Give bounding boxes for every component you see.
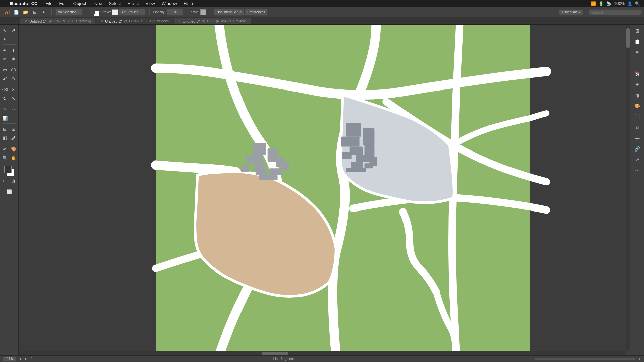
menu-help[interactable]: Help <box>180 0 196 7</box>
menu-file[interactable]: File <box>42 0 56 7</box>
scissors-tool[interactable]: ✂ <box>10 85 18 94</box>
stroke-color-swatch[interactable] <box>112 9 118 15</box>
menu-select[interactable]: Select <box>106 0 124 7</box>
close-icon-3[interactable]: ✕ <box>178 19 181 23</box>
rotate-tool[interactable]: ↻ <box>1 94 9 102</box>
pencil-tool[interactable]: ✎ <box>10 74 18 82</box>
stroke-panel-icon[interactable]: — <box>633 133 642 143</box>
nav-next-icon[interactable]: ► <box>24 357 28 361</box>
menu-window[interactable]: Window <box>158 0 180 7</box>
svg-rect-17 <box>356 155 371 162</box>
vertical-scrollbar[interactable] <box>626 25 630 355</box>
layers-icon[interactable]: ≡ <box>633 48 642 57</box>
left-toolbox: ↖ ↗ ✦ ⌒ ✒ T ✏ ⊕ ▭ ◯ 🖌 ✎ ⌫ ✂ <box>0 25 19 355</box>
search-input[interactable] <box>588 9 642 15</box>
close-icon-2[interactable]: ✕ <box>100 19 103 23</box>
appearance-icon[interactable]: ◑ <box>633 90 642 100</box>
menu-type[interactable]: Type <box>89 0 105 7</box>
svg-rect-2 <box>253 143 266 155</box>
export-icon[interactable]: ↗ <box>633 155 642 164</box>
nav-prev-icon[interactable]: ◄ <box>19 357 22 361</box>
ellipse-tool[interactable]: ◯ <box>10 66 18 74</box>
libraries-icon[interactable]: 📚 <box>633 69 642 78</box>
type-tool[interactable]: T <box>10 46 18 54</box>
selection-label: No Selection <box>55 9 82 16</box>
touch-anchor-row: ✏ ⊕ <box>1 55 18 63</box>
rectangle-tool[interactable]: ▭ <box>1 66 9 74</box>
svg-rect-9 <box>283 162 289 170</box>
warp-tool[interactable]: 〜 <box>1 105 9 113</box>
eyedropper-tool[interactable]: 💉 <box>10 134 18 142</box>
sep-t5 <box>3 123 16 124</box>
svg-rect-20 <box>351 162 363 168</box>
scale-tool[interactable]: ⤡ <box>10 94 18 102</box>
tab-untitled3[interactable]: ✕ Untitled-3* @ 111% (RGB/GPU Preview) <box>174 18 251 24</box>
paintbrush-tool[interactable]: 🖌 <box>1 74 9 82</box>
selection-tool[interactable]: ↖ <box>1 26 9 34</box>
graphic-styles-icon[interactable]: 🎨 <box>633 101 642 111</box>
sep-t7 <box>3 163 16 163</box>
screen-mode-icon[interactable]: ⬜ <box>5 188 13 196</box>
stroke-width-input[interactable]: 3 pt. Round <box>119 9 146 16</box>
mode-row: □ ◑ <box>1 177 18 185</box>
menu-effect[interactable]: Effect <box>124 0 142 7</box>
eraser-tool[interactable]: ⌫ <box>1 85 9 94</box>
gradient-tool[interactable]: ◧ <box>1 134 9 142</box>
gradient-mode-icon[interactable]: ◑ <box>10 177 18 185</box>
tab-untitled1[interactable]: ✕ Untitled-1* @ 90% (RGB/GPU Preview) <box>20 18 95 24</box>
menu-bar:  Illustrator CC File Edit Object Type S… <box>0 0 644 7</box>
pen-tool[interactable]: ✒ <box>1 46 9 54</box>
document-setup-button[interactable]: Document Setup <box>214 9 244 16</box>
anchor-tool[interactable]: ⊕ <box>10 55 18 63</box>
lasso-tool[interactable]: ⌒ <box>10 35 18 43</box>
fill-swatch[interactable] <box>90 9 95 14</box>
touch-type-tool[interactable]: ✏ <box>1 55 9 63</box>
transform-icon[interactable]: ⊞ <box>633 26 642 36</box>
search-icon[interactable]: 🔍 <box>635 1 640 6</box>
blend-tool[interactable]: ∞ <box>1 145 9 153</box>
menu-view[interactable]: View <box>142 0 158 7</box>
live-paint-tool[interactable]: 🎨 <box>10 145 18 153</box>
tab-untitled2[interactable]: ✕ Untitled-2* @ 111% (RGB/GPU Preview) <box>96 18 173 24</box>
mesh-tool[interactable]: ⊡ <box>10 125 18 133</box>
opacity-input[interactable]: 100% <box>166 9 183 16</box>
fill-stroke-swatches[interactable] <box>90 9 99 16</box>
close-icon[interactable]: ✕ <box>24 19 27 23</box>
horizontal-scroll-thumb[interactable] <box>262 352 288 355</box>
direct-selection-tool[interactable]: ↗ <box>10 26 18 34</box>
fill-stroke-swatch-stack[interactable] <box>4 166 14 176</box>
properties-icon[interactable]: 📋 <box>633 37 642 46</box>
pathfinder-icon[interactable]: ⧉ <box>633 123 642 132</box>
fill-main-swatch[interactable] <box>4 166 12 173</box>
browse-icon[interactable]: 📁 <box>21 8 30 16</box>
symbols-icon[interactable]: ◈ <box>633 80 642 89</box>
view-toggle-icon[interactable]: ⊞ <box>31 8 39 16</box>
hand-tool[interactable]: ✋ <box>10 154 18 162</box>
nav-arrow-icon[interactable]: ► <box>638 357 641 361</box>
style-swatch[interactable] <box>200 9 206 15</box>
perspective-grid-tool[interactable]: ⊞ <box>1 125 9 133</box>
zoom-level[interactable]: 111% <box>3 356 16 362</box>
zoom-tool[interactable]: 🔍 <box>1 154 9 162</box>
options-toolbar: Ai 📄 📁 ⊞ ✦ No Selection Stroke: 3 pt. Ro… <box>0 7 644 17</box>
artboards-icon[interactable]: ⬚ <box>633 58 642 68</box>
more-icon[interactable]: ⋯ <box>633 166 642 175</box>
artboard-tool[interactable]: ⬚ <box>10 114 18 122</box>
links-icon[interactable]: 🔗 <box>633 144 642 154</box>
essentials-button[interactable]: Essentials ▾ <box>559 9 583 15</box>
tool-name-label: Line Segment <box>273 357 294 361</box>
vertical-scroll-thumb[interactable] <box>626 28 630 48</box>
apple-logo-icon[interactable]:  <box>0 1 10 6</box>
menu-edit[interactable]: Edit <box>56 0 70 7</box>
pixel-icon[interactable]: ✦ <box>40 8 48 16</box>
fill-mode-icon[interactable]: □ <box>1 177 9 185</box>
width-tool[interactable]: ↔ <box>10 105 18 113</box>
menu-object[interactable]: Object <box>70 0 90 7</box>
column-graph-tool[interactable]: 📊 <box>1 114 9 122</box>
magic-wand-tool[interactable]: ✦ <box>1 35 9 43</box>
preferences-button[interactable]: Preferences <box>245 9 268 16</box>
new-doc-icon[interactable]: 📄 <box>12 8 20 16</box>
horizontal-scrollbar[interactable] <box>19 351 626 355</box>
eraser-tool-row: ⌫ ✂ <box>1 85 18 94</box>
align-icon[interactable]: ⬛ <box>633 112 642 121</box>
